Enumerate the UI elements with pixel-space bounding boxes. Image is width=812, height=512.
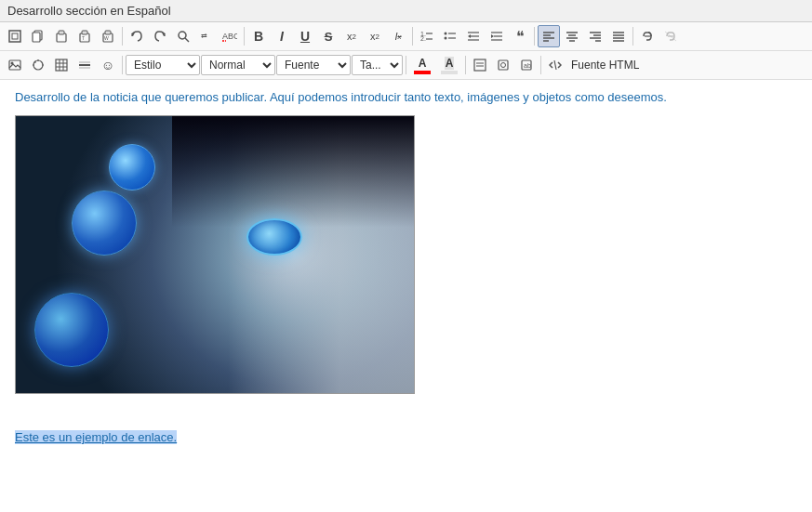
- image-lashes: [172, 116, 414, 228]
- properties-btn[interactable]: [492, 54, 514, 76]
- superscript-btn[interactable]: x2: [364, 25, 386, 47]
- bold-btn[interactable]: B: [247, 25, 270, 47]
- sep8: [465, 56, 466, 74]
- link-btn[interactable]: [636, 25, 659, 47]
- format2-btn[interactable]: [469, 54, 491, 76]
- svg-rect-5: [59, 31, 64, 34]
- flash-btn[interactable]: [27, 54, 49, 76]
- smileys-btn[interactable]: ☺: [97, 54, 119, 76]
- svg-rect-68: [474, 59, 486, 71]
- paste-btn[interactable]: [50, 25, 73, 47]
- replace-btn[interactable]: ⇄: [195, 25, 218, 47]
- source-icon[interactable]: [544, 54, 566, 76]
- svg-rect-10: [105, 31, 111, 34]
- editor-area[interactable]: Desarrollo de la noticia que queremos pu…: [0, 80, 812, 499]
- svg-point-24: [445, 37, 447, 40]
- image-eye: [246, 218, 302, 256]
- table-btn[interactable]: [50, 54, 73, 76]
- sep3: [412, 27, 413, 46]
- svg-text:⇄: ⇄: [201, 32, 207, 40]
- sep9: [540, 56, 541, 74]
- svg-rect-7: [82, 31, 87, 34]
- window-title: Desarrollo sección en Español: [0, 0, 812, 22]
- svg-rect-1: [12, 33, 18, 39]
- svg-text:W: W: [104, 35, 109, 41]
- insert-image-btn[interactable]: [4, 54, 26, 76]
- paste-text-btn[interactable]: T: [73, 25, 96, 47]
- svg-point-72: [501, 63, 506, 68]
- hline-btn[interactable]: [73, 54, 96, 76]
- size-select[interactable]: Ta...: [352, 55, 403, 75]
- spellcheck-btn[interactable]: ABC: [219, 25, 241, 47]
- indent-btn[interactable]: [486, 25, 508, 47]
- font-select[interactable]: Fuente: [276, 55, 351, 75]
- copy-btn[interactable]: [27, 25, 49, 47]
- font-color-btn[interactable]: A: [409, 54, 435, 76]
- unlink-btn[interactable]: [659, 25, 682, 47]
- svg-text:T: T: [82, 35, 85, 41]
- image-globe-2: [109, 144, 155, 190]
- svg-line-15: [185, 38, 189, 42]
- toolbar-row-1: T W ⇄ ABC B I U S x2 x2 Ix 1.2. ❝: [0, 22, 812, 51]
- editor-intro-paragraph: Desarrollo de la noticia que queremos pu…: [15, 89, 797, 106]
- sep5: [632, 27, 633, 46]
- svg-rect-53: [9, 60, 20, 70]
- strikethrough-btn[interactable]: S: [317, 25, 339, 47]
- svg-marker-29: [468, 34, 471, 38]
- align-left-btn[interactable]: [538, 25, 560, 47]
- paste-word-btn[interactable]: W: [97, 25, 119, 47]
- blockquote-btn[interactable]: ❝: [509, 25, 531, 47]
- svg-point-14: [179, 32, 186, 39]
- align-justify-btn[interactable]: [607, 25, 630, 47]
- styles-btn[interactable]: ab: [515, 54, 538, 76]
- find-btn[interactable]: [172, 25, 194, 47]
- svg-line-75: [554, 60, 556, 70]
- source-html-label[interactable]: Fuente HTML: [571, 59, 639, 72]
- svg-text:2.: 2.: [420, 35, 426, 42]
- orderedlist-btn[interactable]: 1.2.: [416, 25, 438, 47]
- svg-rect-0: [9, 31, 20, 42]
- svg-point-22: [445, 33, 447, 35]
- sep6: [122, 56, 123, 74]
- svg-text:ABC: ABC: [222, 32, 237, 41]
- svg-rect-60: [56, 59, 67, 71]
- underline-btn[interactable]: U: [294, 25, 316, 47]
- removeformat-btn[interactable]: Ix: [387, 25, 409, 47]
- undo-btn[interactable]: [126, 25, 148, 47]
- editor-empty-line: [15, 409, 797, 423]
- image-globe-1: [72, 190, 137, 256]
- sep2: [244, 27, 245, 46]
- svg-rect-3: [33, 33, 40, 42]
- redo-btn[interactable]: [149, 25, 171, 47]
- align-center-btn[interactable]: [561, 25, 583, 47]
- outdent-btn[interactable]: [462, 25, 485, 47]
- editor-link[interactable]: Este es un ejemplo de enlace.: [15, 430, 177, 444]
- align-right-btn[interactable]: [584, 25, 606, 47]
- style-select[interactable]: Estilo: [126, 55, 200, 75]
- editor-image[interactable]: [15, 115, 415, 394]
- unorderedlist-btn[interactable]: [439, 25, 461, 47]
- maximize-btn[interactable]: [4, 25, 26, 47]
- format-select[interactable]: Normal: [201, 55, 275, 75]
- svg-rect-71: [499, 60, 508, 70]
- sep7: [406, 56, 406, 74]
- subscript-btn[interactable]: x2: [340, 25, 363, 47]
- svg-text:ab: ab: [524, 62, 531, 69]
- svg-marker-33: [491, 34, 494, 38]
- sep1: [122, 27, 123, 46]
- italic-btn[interactable]: I: [271, 25, 293, 47]
- image-globe-3: [34, 293, 109, 367]
- sep4: [534, 27, 535, 46]
- bg-color-btn[interactable]: A: [436, 54, 462, 76]
- toolbar-row-2: ☺ Estilo Normal Fuente Ta... A A ab Fuen…: [0, 51, 812, 80]
